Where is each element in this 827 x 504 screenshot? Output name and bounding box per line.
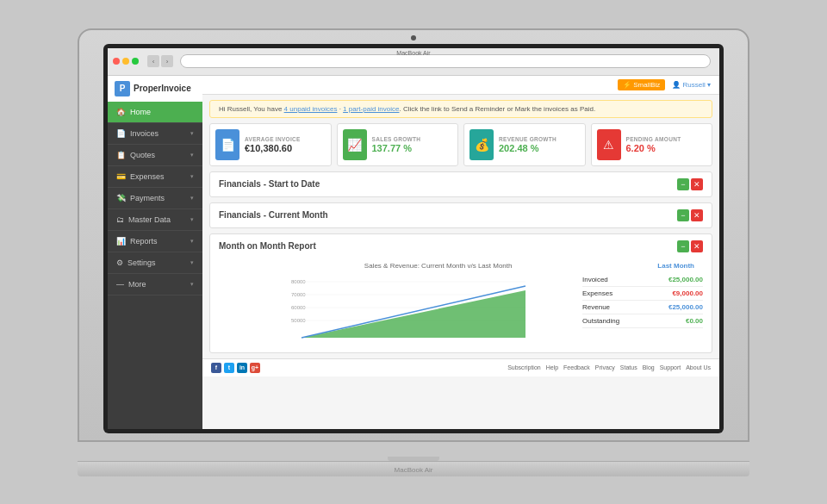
footer-link-blog[interactable]: Blog [643, 364, 655, 370]
sidebar-item-payments[interactable]: 💸 Payments ▾ [108, 188, 202, 209]
legend-label: Expenses [582, 289, 612, 297]
close-section-button[interactable]: ✕ [691, 178, 703, 190]
stat-value: 202.48 % [499, 143, 580, 153]
stat-value: 137.77 % [372, 143, 453, 153]
macbook-base: MacBook Air [78, 461, 749, 476]
chevron-icon: ▾ [190, 238, 194, 245]
section-header: Month on Month Report − ✕ [210, 234, 712, 258]
sidebar-item-invoices[interactable]: 📄 Invoices ▾ [108, 123, 202, 145]
sidebar-icon: — [116, 280, 124, 289]
sidebar-icon: ⚙ [116, 258, 123, 267]
footer-link-support[interactable]: Support [660, 364, 681, 370]
stat-info: REVENUE GROWTH 202.48 % [499, 136, 580, 153]
section-title: Financials - Start to Date [219, 179, 320, 189]
footer-link-privacy[interactable]: Privacy [595, 364, 615, 370]
stats-row: 📄 AVERAGE INVOICE €10,380.60 📈 SALES GRO… [202, 123, 719, 171]
browser-title: MacBook Air [396, 50, 430, 56]
sidebar-item-expenses[interactable]: 💳 Expenses ▾ [108, 166, 202, 188]
sidebar-label: Reports [130, 237, 158, 246]
chart-container: 80000 70000 60000 50000 [219, 273, 703, 345]
sidebar-logo: P ProperInvoice [108, 76, 202, 102]
stat-value: 6.20 % [626, 143, 707, 153]
unpaid-link[interactable]: 4 unpaid invoices [284, 105, 338, 113]
chart-legend: Invoiced €25,000.00 Expenses €9,000.00 R… [582, 273, 703, 345]
chevron-icon: ▾ [190, 216, 194, 223]
sidebar-icon: 📊 [116, 237, 126, 246]
collapse-button[interactable]: − [677, 240, 689, 252]
stat-card-1: 📈 SALES GROWTH 137.77 % [337, 123, 459, 166]
macbook-label: MacBook Air [395, 466, 433, 474]
footer-link-feedback[interactable]: Feedback [563, 364, 590, 370]
browser-nav: ‹ › [147, 55, 173, 67]
legend-label: Invoiced [582, 276, 608, 283]
googleplus-icon[interactable]: g+ [250, 363, 260, 373]
stat-icon: 📈 [343, 129, 367, 160]
partpaid-link[interactable]: 1 part-paid invoice [343, 105, 399, 113]
sidebar-icon: 🏠 [116, 108, 126, 116]
stat-info: AVERAGE INVOICE €10,380.60 [245, 136, 326, 153]
sidebar-item-more[interactable]: — More ▾ [108, 274, 202, 296]
collapse-button[interactable]: − [677, 209, 689, 221]
sidebar-item-settings[interactable]: ⚙ Settings ▾ [108, 252, 202, 274]
user-menu[interactable]: 👤 Russell ▾ [672, 81, 711, 89]
legend-row: Revenue €25,000.00 [582, 301, 703, 314]
sidebar-icon: 📄 [116, 129, 126, 138]
sidebar-item-home[interactable]: 🏠 Home [108, 102, 202, 123]
stat-card-0: 📄 AVERAGE INVOICE €10,380.60 [209, 123, 332, 166]
section-header: Financials - Current Month − ✕ [210, 203, 712, 227]
stat-icon: 📄 [215, 129, 239, 160]
chart-svg: 80000 70000 60000 50000 [219, 273, 574, 345]
app-layout: P ProperInvoice 🏠 Home 📄 Invoices ▾ 📋 Qu… [108, 76, 719, 429]
macbook-frame: ‹ › MacBook Air P ProperInvoice [78, 28, 749, 476]
legend-value: €9,000.00 [672, 289, 703, 297]
stat-value: €10,380.60 [245, 143, 326, 153]
facebook-icon[interactable]: f [211, 363, 221, 373]
address-bar[interactable] [180, 54, 711, 68]
forward-button[interactable]: › [161, 55, 173, 67]
chevron-icon: ▾ [190, 152, 194, 159]
sidebar-item-quotes[interactable]: 📋 Quotes ▾ [108, 145, 202, 166]
legend-value: €25,000.00 [668, 276, 703, 283]
sidebar-icon: 💸 [116, 194, 126, 202]
section-header: Financials - Start to Date − ✕ [210, 172, 712, 196]
sidebar-icon: 🗂 [116, 215, 124, 224]
sidebar-item-master-data[interactable]: 🗂 Master Data ▾ [108, 209, 202, 231]
footer-social: f t in g+ [211, 363, 260, 373]
footer-link-status[interactable]: Status [620, 364, 637, 370]
stat-label: AVERAGE INVOICE [245, 136, 326, 142]
stat-card-2: 💰 REVENUE GROWTH 202.48 % [463, 123, 586, 166]
stat-label: PENDING AMOUNT [626, 136, 707, 142]
close-section-button[interactable]: ✕ [691, 240, 703, 252]
macbook-notch [388, 457, 439, 461]
section-actions: − ✕ [677, 209, 703, 221]
macbook-lid: ‹ › MacBook Air P ProperInvoice [78, 28, 749, 442]
footer-link-help[interactable]: Help [546, 364, 558, 370]
back-button[interactable]: ‹ [147, 55, 159, 67]
sidebar-label: Invoices [130, 129, 159, 138]
top-bar-right: ⚡ SmallBiz 👤 Russell ▾ [618, 79, 711, 90]
collapse-button[interactable]: − [677, 178, 689, 190]
sidebar-icon: 💳 [116, 172, 126, 181]
sidebar-label: Payments [130, 194, 165, 202]
screen: ‹ › MacBook Air P ProperInvoice [108, 48, 719, 429]
footer-links: SubscriptionHelpFeedbackPrivacyStatusBlo… [507, 364, 711, 370]
smallbiz-button[interactable]: ⚡ SmallBiz [618, 79, 665, 90]
close-button[interactable] [113, 58, 120, 65]
minimize-button[interactable] [122, 58, 129, 65]
logo-icon: P [115, 81, 130, 96]
linkedin-icon[interactable]: in [237, 363, 247, 373]
maximize-button[interactable] [132, 58, 139, 65]
footer-link-about-us[interactable]: About Us [686, 364, 711, 370]
section-card-0: Financials - Start to Date − ✕ [209, 171, 712, 197]
legend-label: Revenue [582, 303, 610, 311]
twitter-icon[interactable]: t [224, 363, 234, 373]
screen-bezel: ‹ › MacBook Air P ProperInvoice [103, 44, 724, 433]
chevron-icon: ▾ [190, 195, 194, 202]
close-section-button[interactable]: ✕ [691, 209, 703, 221]
stat-label: SALES GROWTH [372, 136, 453, 142]
section-title: Month on Month Report [219, 241, 316, 251]
stat-label: REVENUE GROWTH [499, 136, 580, 142]
sidebar-item-reports[interactable]: 📊 Reports ▾ [108, 231, 202, 252]
legend-value: €25,000.00 [668, 303, 703, 311]
footer-link-subscription[interactable]: Subscription [507, 364, 541, 370]
